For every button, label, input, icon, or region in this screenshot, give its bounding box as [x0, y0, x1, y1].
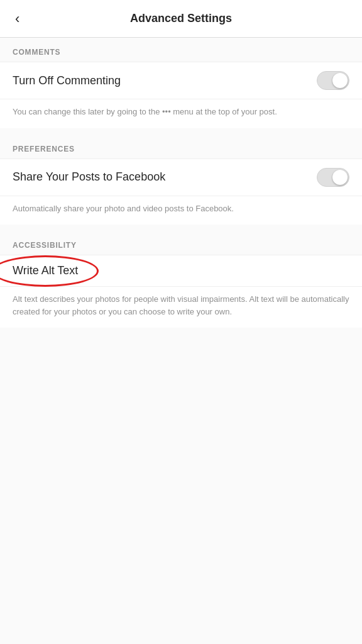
write-alt-text-label[interactable]: Write Alt Text — [13, 264, 78, 277]
share-to-facebook-row[interactable]: Share Your Posts to Facebook — [0, 158, 362, 196]
write-alt-text-row[interactable]: Write Alt Text — [0, 255, 362, 287]
write-alt-text-description: Alt text describes your photos for peopl… — [0, 287, 362, 328]
preferences-accessibility-divider — [0, 225, 362, 231]
share-to-facebook-description: Automatically share your photo and video… — [0, 196, 362, 225]
turn-off-commenting-description: You can change this later by going to th… — [0, 99, 362, 128]
toggle-thumb — [332, 73, 348, 88]
write-alt-text-container: Write Alt Text — [13, 264, 78, 277]
turn-off-commenting-row[interactable]: Turn Off Commenting — [0, 62, 362, 99]
share-to-facebook-toggle[interactable] — [317, 168, 349, 187]
share-to-facebook-label: Share Your Posts to Facebook — [13, 170, 165, 184]
back-button[interactable]: ‹ — [10, 6, 25, 32]
preferences-section-label: PREFERENCES — [0, 135, 362, 158]
page-title: Advanced Settings — [130, 12, 232, 25]
turn-off-commenting-toggle[interactable] — [317, 71, 349, 90]
comments-preferences-divider — [0, 128, 362, 135]
accessibility-section-label: ACCESSIBILITY — [0, 231, 362, 255]
turn-off-commenting-label: Turn Off Commenting — [13, 74, 121, 87]
header: ‹ Advanced Settings — [0, 0, 362, 38]
comments-section-label: COMMENTS — [0, 38, 362, 62]
toggle-thumb-2 — [332, 170, 348, 185]
